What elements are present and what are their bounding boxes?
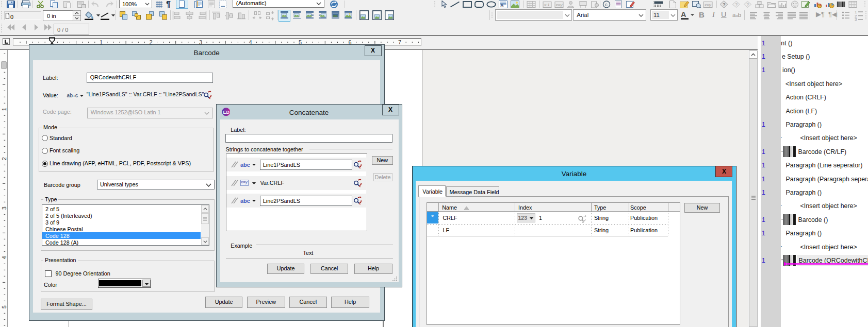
svg-text:5: 5	[1, 305, 7, 308]
svg-text:?: ?	[746, 2, 749, 7]
svg-text:4: 4	[1, 256, 7, 259]
svg-text:1: 1	[1, 108, 7, 111]
svg-text:?: ?	[735, 2, 738, 7]
svg-text:2: 2	[1, 157, 7, 160]
svg-text:c: c	[605, 2, 608, 7]
svg-text:A: A	[500, 3, 504, 8]
svg-text:3: 3	[1, 206, 7, 210]
svg-text:7: 7	[398, 39, 401, 45]
svg-text:x=y: x=y	[704, 3, 712, 7]
svg-text:x:1: x:1	[544, 3, 550, 7]
svg-text:3: 3	[855, 17, 857, 21]
svg-text:ED: ED	[223, 110, 230, 115]
svg-text:x=y: x=y	[555, 3, 563, 7]
svg-text:?: ?	[723, 2, 726, 7]
